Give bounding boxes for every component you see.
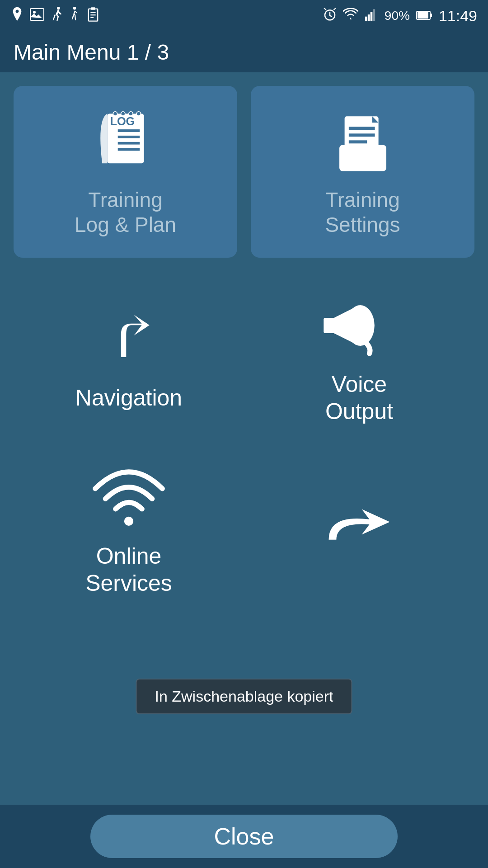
svg-rect-0 [30,9,44,20]
close-button-label: Close [214,823,274,850]
svg-point-24 [121,112,125,116]
online-services-item[interactable]: OnlineServices [14,443,244,615]
svg-rect-21 [117,148,139,151]
svg-rect-5 [91,7,95,10]
run-icon [51,7,62,25]
status-icons-right: 90% 11:49 [323,7,477,25]
app-header: Main Menu 1 / 3 [0,32,488,72]
voice-output-icon [314,289,404,362]
svg-point-26 [136,112,141,116]
svg-rect-18 [117,129,139,132]
online-services-icon [84,461,174,533]
training-settings-icon [327,106,399,179]
tiles-row: LOG TrainingLog & Plan [14,86,474,258]
svg-point-3 [73,7,76,9]
svg-rect-11 [368,14,370,21]
navigation-icon [84,303,174,375]
svg-point-23 [113,112,117,116]
training-log-tile[interactable]: LOG TrainingLog & Plan [14,86,237,258]
svg-rect-12 [371,12,373,21]
alarm-icon [323,7,337,25]
svg-rect-29 [348,127,375,130]
walk-icon [69,7,80,25]
training-settings-label: TrainingSettings [325,188,400,237]
status-icons-left [11,7,99,25]
svg-point-33 [346,305,375,346]
clipboard-icon [87,7,99,25]
svg-rect-19 [117,136,139,138]
svg-point-34 [124,517,133,526]
page-title: Main Menu 1 / 3 [14,40,169,65]
close-button[interactable]: Close [90,815,398,858]
svg-rect-16 [431,14,432,17]
svg-text:LOG: LOG [110,115,135,127]
training-settings-tile[interactable]: TrainingSettings [251,86,474,258]
wifi-icon [343,8,358,24]
close-bar: Close [0,805,488,868]
icon-row-2: OnlineServices [14,443,474,615]
svg-rect-32 [324,318,336,333]
svg-rect-30 [348,133,375,137]
battery-icon [416,8,432,24]
navigation-item[interactable]: Navigation [14,271,244,443]
image-icon [30,8,44,24]
status-time: 11:49 [439,7,477,25]
battery-percentage: 90% [385,9,410,23]
online-services-label: OnlineServices [85,542,172,597]
training-log-label: TrainingLog & Plan [75,188,176,237]
tooltip-clipboard: In Zwischenablage kopiert [136,679,352,714]
svg-point-25 [128,112,132,116]
svg-rect-31 [348,140,366,143]
voice-output-label: VoiceOutput [325,371,393,425]
svg-rect-10 [365,16,367,20]
navigation-label: Navigation [75,384,182,411]
icon-row-1: Navigation VoiceOutput [14,271,474,443]
location-icon [11,7,23,25]
share-item[interactable] [244,443,474,615]
svg-rect-13 [373,9,375,21]
svg-rect-15 [418,12,428,19]
main-content: LOG TrainingLog & Plan [0,72,488,805]
svg-point-2 [57,7,60,9]
svg-point-1 [33,11,36,14]
status-bar: 90% 11:49 [0,0,488,32]
training-log-icon: LOG [89,106,162,179]
signal-icon [365,8,378,24]
svg-rect-20 [117,142,139,145]
share-icon [314,488,404,561]
voice-output-item[interactable]: VoiceOutput [244,271,474,443]
